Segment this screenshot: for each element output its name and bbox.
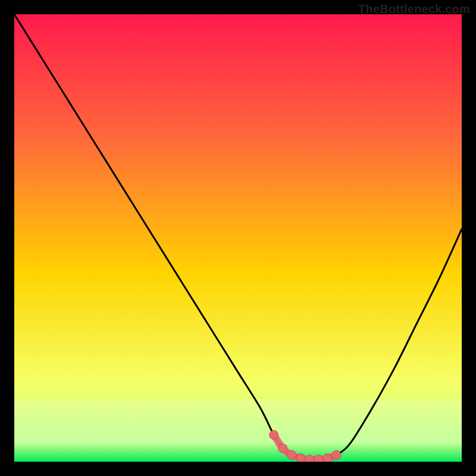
watermark-text: TheBottleneck.com: [358, 2, 470, 16]
optimal-marker: [314, 455, 323, 462]
gradient-background: [14, 14, 462, 462]
optimal-marker: [323, 453, 332, 462]
glow-band: [14, 399, 462, 444]
optimal-marker: [278, 444, 287, 453]
optimal-marker: [287, 450, 296, 459]
plot-area: [14, 14, 462, 462]
optimal-marker: [296, 453, 305, 462]
chart-stage: TheBottleneck.com: [0, 0, 476, 476]
optimal-marker: [305, 455, 314, 462]
chart-svg: [14, 14, 462, 462]
optimal-marker: [332, 450, 341, 459]
optimal-marker: [270, 430, 278, 439]
plot-frame: [14, 14, 462, 462]
